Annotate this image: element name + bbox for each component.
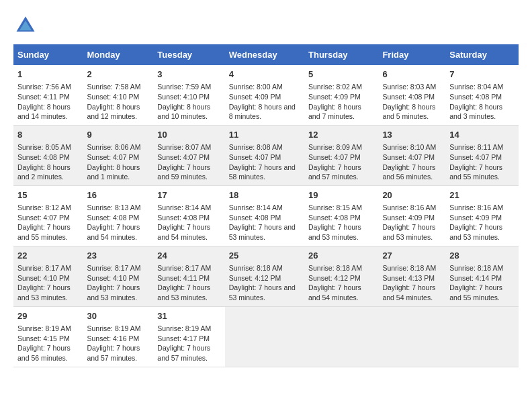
day-number: 25	[229, 250, 300, 262]
week-row-1: 1Sunrise: 7:56 AMSunset: 4:11 PMDaylight…	[13, 65, 519, 125]
day-info: Sunrise: 8:16 AMSunset: 4:09 PMDaylight:…	[449, 203, 503, 241]
day-info: Sunrise: 8:18 AMSunset: 4:12 PMDaylight:…	[308, 264, 362, 302]
day-info: Sunrise: 8:04 AMSunset: 4:08 PMDaylight:…	[449, 83, 503, 120]
day-info: Sunrise: 7:56 AMSunset: 4:11 PMDaylight:…	[17, 83, 71, 120]
week-row-3: 15Sunrise: 8:12 AMSunset: 4:07 PMDayligh…	[13, 185, 519, 246]
day-info: Sunrise: 8:05 AMSunset: 4:08 PMDaylight:…	[17, 143, 71, 181]
day-number: 31	[157, 310, 220, 322]
day-number: 3	[157, 68, 220, 81]
day-number: 10	[157, 129, 220, 141]
day-number: 7	[449, 68, 515, 81]
day-cell: 29Sunrise: 8:19 AMSunset: 4:15 PMDayligh…	[13, 306, 83, 367]
day-number: 23	[87, 250, 150, 262]
weekday-header-saturday: Saturday	[445, 44, 519, 65]
day-number: 1	[17, 68, 79, 81]
day-number: 30	[87, 310, 150, 322]
day-cell: 7Sunrise: 8:04 AMSunset: 4:08 PMDaylight…	[445, 65, 519, 125]
day-cell: 15Sunrise: 8:12 AMSunset: 4:07 PMDayligh…	[13, 185, 83, 246]
logo	[13, 13, 42, 38]
weekday-header-row: SundayMondayTuesdayWednesdayThursdayFrid…	[13, 44, 519, 65]
day-number: 9	[87, 129, 150, 141]
page-header	[13, 13, 519, 38]
day-info: Sunrise: 8:12 AMSunset: 4:07 PMDaylight:…	[17, 203, 71, 241]
day-number: 17	[157, 189, 220, 201]
day-cell: 30Sunrise: 8:19 AMSunset: 4:16 PMDayligh…	[83, 306, 154, 367]
day-cell: 5Sunrise: 8:02 AMSunset: 4:09 PMDaylight…	[304, 65, 378, 125]
day-number: 15	[17, 189, 79, 201]
day-info: Sunrise: 8:13 AMSunset: 4:08 PMDaylight:…	[87, 203, 141, 241]
day-number: 19	[308, 189, 374, 201]
weekday-header-monday: Monday	[83, 44, 154, 65]
calendar-table: SundayMondayTuesdayWednesdayThursdayFrid…	[13, 44, 519, 367]
day-cell: 10Sunrise: 8:07 AMSunset: 4:07 PMDayligh…	[153, 125, 224, 185]
day-cell	[378, 306, 445, 367]
day-cell: 8Sunrise: 8:05 AMSunset: 4:08 PMDaylight…	[13, 125, 83, 185]
day-cell: 26Sunrise: 8:18 AMSunset: 4:12 PMDayligh…	[304, 246, 378, 306]
day-cell: 28Sunrise: 8:18 AMSunset: 4:14 PMDayligh…	[445, 246, 519, 306]
day-cell: 20Sunrise: 8:16 AMSunset: 4:09 PMDayligh…	[378, 185, 445, 246]
day-info: Sunrise: 8:18 AMSunset: 4:14 PMDaylight:…	[449, 264, 503, 302]
weekday-header-thursday: Thursday	[304, 44, 378, 65]
weekday-header-sunday: Sunday	[13, 44, 83, 65]
day-cell: 16Sunrise: 8:13 AMSunset: 4:08 PMDayligh…	[83, 185, 154, 246]
week-row-5: 29Sunrise: 8:19 AMSunset: 4:15 PMDayligh…	[13, 306, 519, 367]
day-info: Sunrise: 8:19 AMSunset: 4:16 PMDaylight:…	[87, 324, 141, 362]
weekday-header-tuesday: Tuesday	[153, 44, 224, 65]
day-cell: 25Sunrise: 8:18 AMSunset: 4:12 PMDayligh…	[225, 246, 304, 306]
logo-icon	[13, 13, 38, 38]
day-number: 18	[229, 189, 300, 201]
week-row-4: 22Sunrise: 8:17 AMSunset: 4:10 PMDayligh…	[13, 246, 519, 306]
weekday-header-friday: Friday	[378, 44, 445, 65]
day-info: Sunrise: 8:19 AMSunset: 4:15 PMDaylight:…	[17, 324, 71, 362]
day-number: 28	[449, 250, 515, 262]
day-info: Sunrise: 8:15 AMSunset: 4:08 PMDaylight:…	[308, 203, 362, 241]
day-info: Sunrise: 8:18 AMSunset: 4:13 PMDaylight:…	[382, 264, 436, 302]
day-cell: 19Sunrise: 8:15 AMSunset: 4:08 PMDayligh…	[304, 185, 378, 246]
day-cell: 9Sunrise: 8:06 AMSunset: 4:07 PMDaylight…	[83, 125, 154, 185]
day-number: 27	[382, 250, 441, 262]
day-number: 4	[229, 68, 300, 81]
day-info: Sunrise: 8:17 AMSunset: 4:11 PMDaylight:…	[157, 264, 211, 302]
day-info: Sunrise: 8:03 AMSunset: 4:08 PMDaylight:…	[382, 83, 436, 120]
day-number: 2	[87, 68, 150, 81]
day-cell: 13Sunrise: 8:10 AMSunset: 4:07 PMDayligh…	[378, 125, 445, 185]
day-info: Sunrise: 8:09 AMSunset: 4:07 PMDaylight:…	[308, 143, 362, 181]
day-info: Sunrise: 8:08 AMSunset: 4:07 PMDaylight:…	[229, 143, 296, 181]
day-number: 8	[17, 129, 79, 141]
day-info: Sunrise: 8:18 AMSunset: 4:12 PMDaylight:…	[229, 264, 296, 302]
day-cell: 2Sunrise: 7:58 AMSunset: 4:10 PMDaylight…	[83, 65, 154, 125]
day-info: Sunrise: 8:16 AMSunset: 4:09 PMDaylight:…	[382, 203, 436, 241]
day-cell: 23Sunrise: 8:17 AMSunset: 4:10 PMDayligh…	[83, 246, 154, 306]
day-cell	[225, 306, 304, 367]
day-cell: 12Sunrise: 8:09 AMSunset: 4:07 PMDayligh…	[304, 125, 378, 185]
day-number: 21	[449, 189, 515, 201]
day-info: Sunrise: 7:59 AMSunset: 4:10 PMDaylight:…	[157, 83, 211, 120]
day-number: 14	[449, 129, 515, 141]
day-info: Sunrise: 7:58 AMSunset: 4:10 PMDaylight:…	[87, 83, 141, 120]
day-info: Sunrise: 8:19 AMSunset: 4:17 PMDaylight:…	[157, 324, 211, 362]
day-cell: 18Sunrise: 8:14 AMSunset: 4:08 PMDayligh…	[225, 185, 304, 246]
day-cell: 17Sunrise: 8:14 AMSunset: 4:08 PMDayligh…	[153, 185, 224, 246]
day-info: Sunrise: 8:14 AMSunset: 4:08 PMDaylight:…	[229, 203, 296, 241]
day-cell	[304, 306, 378, 367]
day-info: Sunrise: 8:17 AMSunset: 4:10 PMDaylight:…	[17, 264, 71, 302]
day-cell: 24Sunrise: 8:17 AMSunset: 4:11 PMDayligh…	[153, 246, 224, 306]
day-info: Sunrise: 8:14 AMSunset: 4:08 PMDaylight:…	[157, 203, 211, 241]
day-info: Sunrise: 8:17 AMSunset: 4:10 PMDaylight:…	[87, 264, 141, 302]
weekday-header-wednesday: Wednesday	[225, 44, 304, 65]
day-cell: 31Sunrise: 8:19 AMSunset: 4:17 PMDayligh…	[153, 306, 224, 367]
day-number: 5	[308, 68, 374, 81]
day-number: 26	[308, 250, 374, 262]
day-number: 16	[87, 189, 150, 201]
day-cell: 14Sunrise: 8:11 AMSunset: 4:07 PMDayligh…	[445, 125, 519, 185]
day-number: 20	[382, 189, 441, 201]
day-info: Sunrise: 8:02 AMSunset: 4:09 PMDaylight:…	[308, 83, 362, 120]
day-cell: 3Sunrise: 7:59 AMSunset: 4:10 PMDaylight…	[153, 65, 224, 125]
day-info: Sunrise: 8:06 AMSunset: 4:07 PMDaylight:…	[87, 143, 141, 181]
day-info: Sunrise: 8:10 AMSunset: 4:07 PMDaylight:…	[382, 143, 436, 181]
day-number: 22	[17, 250, 79, 262]
day-cell: 6Sunrise: 8:03 AMSunset: 4:08 PMDaylight…	[378, 65, 445, 125]
day-cell: 21Sunrise: 8:16 AMSunset: 4:09 PMDayligh…	[445, 185, 519, 246]
day-cell: 11Sunrise: 8:08 AMSunset: 4:07 PMDayligh…	[225, 125, 304, 185]
day-cell: 4Sunrise: 8:00 AMSunset: 4:09 PMDaylight…	[225, 65, 304, 125]
